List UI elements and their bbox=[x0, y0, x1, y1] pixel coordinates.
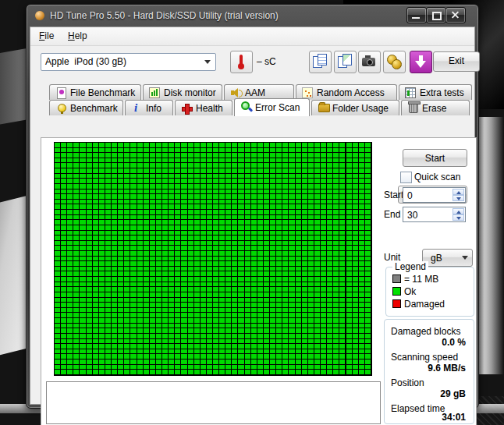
copy-text-icon bbox=[318, 54, 327, 66]
screenshot-button[interactable] bbox=[358, 51, 381, 73]
scanning-speed-label: Scanning speed bbox=[391, 352, 458, 363]
legend-title: Legend bbox=[392, 261, 428, 272]
close-button[interactable] bbox=[445, 7, 466, 23]
start-scan-label: Start bbox=[425, 153, 445, 164]
tab-health[interactable]: Health bbox=[175, 100, 232, 115]
quick-scan-checkbox[interactable] bbox=[400, 172, 412, 183]
drive-select-dropdown[interactable]: Apple iPod (30 gB) bbox=[41, 53, 216, 71]
tab-label: Error Scan bbox=[255, 102, 300, 113]
elapsed-time-label: Elapsed time bbox=[391, 403, 445, 414]
tab-label: AAM bbox=[245, 87, 265, 98]
damaged-blocks-value: 0.0 % bbox=[442, 337, 466, 348]
purchase-button[interactable] bbox=[383, 51, 406, 73]
copy-image-button[interactable] bbox=[334, 51, 357, 73]
unit-dropdown[interactable]: gB bbox=[422, 249, 473, 267]
spin-down-icon[interactable] bbox=[453, 214, 464, 221]
legend-label: = 11 MB bbox=[404, 274, 438, 285]
unit-value: gB bbox=[431, 253, 442, 264]
tab-label: Random Access bbox=[317, 87, 385, 98]
start-field[interactable] bbox=[403, 187, 466, 203]
scatter-dots-icon bbox=[302, 87, 313, 98]
maximize-button[interactable] bbox=[426, 7, 446, 23]
chart-grid-icon bbox=[405, 87, 416, 98]
exit-button-label: Exit bbox=[449, 55, 464, 66]
temperature-value: – bbox=[257, 56, 262, 67]
download-button[interactable] bbox=[410, 51, 432, 73]
temperature-unit: sC bbox=[264, 56, 276, 67]
bar-chart-icon bbox=[149, 87, 160, 98]
spin-up-icon[interactable] bbox=[453, 189, 464, 195]
tab-file-benchmark[interactable]: File Benchmark bbox=[49, 84, 141, 100]
temperature-button[interactable] bbox=[230, 51, 253, 73]
message-box bbox=[46, 381, 381, 424]
tab-error-scan[interactable]: Error Scan bbox=[234, 98, 310, 116]
app-window: HD Tune Pro 5.50 - Hard Disk/SSD Utility… bbox=[26, 4, 479, 409]
spin-down-icon[interactable] bbox=[453, 195, 464, 201]
legend-label: Damaged bbox=[404, 299, 445, 310]
start-scan-button[interactable]: Start bbox=[403, 149, 467, 167]
start-spinner[interactable] bbox=[453, 189, 464, 201]
maximize-icon bbox=[432, 12, 442, 20]
window-title: HD Tune Pro 5.50 - Hard Disk/SSD Utility… bbox=[50, 10, 279, 21]
start-input[interactable] bbox=[406, 189, 452, 202]
health-cross-icon bbox=[181, 103, 192, 114]
coins-icon bbox=[392, 59, 402, 69]
tab-benchmark[interactable]: Benchmark bbox=[49, 100, 123, 115]
info-icon: i bbox=[134, 101, 145, 112]
end-field[interactable] bbox=[403, 207, 466, 222]
page-bulb-icon bbox=[57, 87, 66, 99]
exit-button[interactable]: Exit bbox=[433, 51, 480, 72]
tab-folder-usage[interactable]: Folder Usage bbox=[311, 100, 399, 115]
spin-up-icon[interactable] bbox=[453, 208, 464, 214]
copy-text-button[interactable] bbox=[309, 51, 332, 73]
minimize-button[interactable] bbox=[406, 7, 427, 23]
tab-info[interactable]: i Info bbox=[125, 100, 173, 115]
tab-label: Disk monitor bbox=[164, 87, 216, 98]
menu-help[interactable]: Help bbox=[65, 30, 91, 41]
magnifier-icon bbox=[241, 101, 252, 112]
scan-stats-group: Damaged blocks 0.0 % Scanning speed 9.6 … bbox=[384, 319, 474, 424]
trash-icon bbox=[409, 103, 418, 113]
tab-label: Extra tests bbox=[420, 87, 464, 98]
start-field-label: Start bbox=[384, 189, 404, 200]
desktop: HD Tune Pro 5.50 - Hard Disk/SSD Utility… bbox=[0, 0, 504, 425]
temperature-readout: – sC bbox=[257, 56, 276, 67]
tab-extra-tests[interactable]: Extra tests bbox=[399, 84, 472, 100]
tab-label: Benchmark bbox=[70, 103, 118, 114]
tab-disk-monitor[interactable]: Disk monitor bbox=[143, 84, 222, 100]
end-spinner[interactable] bbox=[453, 208, 464, 221]
position-value: 29 gB bbox=[440, 388, 466, 399]
download-arrow-icon bbox=[415, 61, 426, 68]
menu-file[interactable]: File bbox=[36, 30, 57, 41]
end-input[interactable] bbox=[406, 209, 452, 221]
app-logo-icon bbox=[35, 11, 44, 20]
end-field-label: End bbox=[384, 209, 404, 220]
position-label: Position bbox=[391, 377, 424, 388]
legend-group: Legend = 11 MB Ok Damaged bbox=[385, 267, 474, 317]
scanning-speed-value: 9.6 MB/s bbox=[428, 363, 466, 374]
client-area: File Help Apple iPod (30 gB) – sC bbox=[30, 27, 475, 405]
thermometer-icon bbox=[238, 63, 244, 69]
tab-random-access[interactable]: Random Access bbox=[296, 84, 397, 100]
tab-label: Folder Usage bbox=[332, 103, 389, 114]
copy-image-icon bbox=[343, 54, 352, 66]
ok-swatch bbox=[392, 287, 401, 296]
tab-label: Erase bbox=[422, 103, 446, 114]
tab-aam[interactable]: AAM bbox=[224, 84, 294, 100]
title-bar[interactable]: HD Tune Pro 5.50 - Hard Disk/SSD Utility… bbox=[27, 5, 478, 27]
legend-label: Ok bbox=[404, 286, 416, 297]
speaker-icon bbox=[230, 87, 241, 98]
chevron-down-icon bbox=[204, 60, 211, 64]
tab-label: Health bbox=[196, 103, 223, 114]
menu-bar: File Help bbox=[30, 27, 474, 46]
tab-erase[interactable]: Erase bbox=[401, 100, 470, 115]
damaged-blocks-label: Damaged blocks bbox=[391, 326, 460, 337]
scan-block-map bbox=[54, 142, 372, 376]
folder-icon bbox=[318, 104, 330, 112]
minimize-icon bbox=[412, 17, 420, 19]
elapsed-time-value: 34:01 bbox=[442, 412, 466, 423]
tab-label: File Benchmark bbox=[70, 87, 135, 98]
tab-label: Info bbox=[146, 103, 161, 114]
chevron-down-icon bbox=[462, 256, 468, 260]
bulb-icon bbox=[58, 104, 66, 112]
